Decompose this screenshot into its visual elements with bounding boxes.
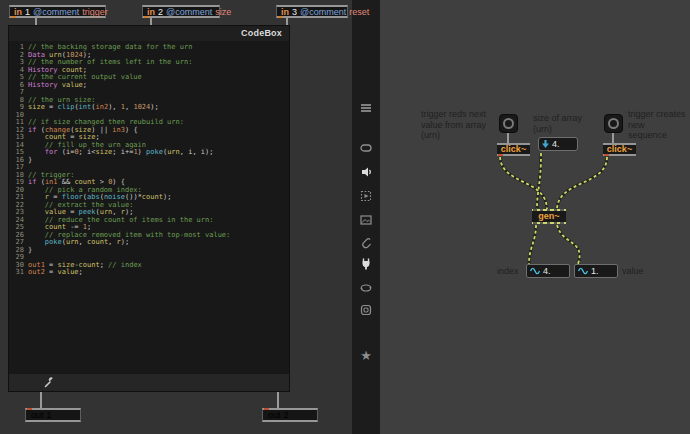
object-text: click~ bbox=[501, 144, 526, 154]
loop-icon[interactable] bbox=[359, 281, 373, 295]
inlet-object-2[interactable]: in 2 @comment size bbox=[142, 5, 220, 18]
favorite-icon[interactable]: ★ bbox=[358, 348, 374, 364]
code-lines: 1// the backing storage data for the urn… bbox=[11, 44, 287, 277]
click-object-2[interactable]: click~ bbox=[603, 143, 636, 156]
max-workspace: CodeBox 1// the backing storage data for… bbox=[0, 0, 690, 434]
audio-icon[interactable] bbox=[359, 165, 373, 179]
inlet-attr: @comment bbox=[300, 7, 346, 17]
inlet-tick bbox=[264, 408, 269, 410]
outlet-num: 2 bbox=[284, 410, 289, 420]
code-line: 27 poke(urn, count, r); bbox=[11, 239, 287, 247]
code-line: 6History value; bbox=[11, 82, 287, 90]
click-object-1[interactable]: click~ bbox=[497, 143, 530, 156]
inlet-object-3[interactable]: in 3 @comment reset bbox=[276, 5, 348, 18]
inlet-comment: trigger bbox=[82, 7, 108, 17]
inlet-attr: @comment bbox=[166, 7, 212, 17]
comment-line: trigger creates bbox=[628, 109, 686, 120]
codebox-window: CodeBox 1// the backing storage data for… bbox=[8, 25, 290, 392]
comment-line: value from array (urn) bbox=[421, 120, 503, 141]
outlet-tick bbox=[144, 16, 149, 18]
gen-object[interactable]: gen~ bbox=[532, 209, 566, 224]
inlet-num: 1 bbox=[25, 7, 30, 17]
number-box-size[interactable]: 4. bbox=[538, 137, 578, 151]
comment-line: trigger reds next bbox=[421, 109, 503, 120]
outlet-tick bbox=[604, 154, 609, 156]
outlet-object-2[interactable]: out 2 bbox=[262, 408, 318, 422]
signal-number-value[interactable]: 1. bbox=[574, 264, 618, 278]
patch-comment-3: trigger createsnew sequence bbox=[628, 109, 686, 141]
picture-icon[interactable] bbox=[359, 213, 373, 227]
number-value: 1. bbox=[591, 266, 599, 276]
codebox-editor[interactable]: 1// the backing storage data for the urn… bbox=[9, 41, 289, 374]
inlet-word: in bbox=[14, 7, 22, 17]
outlet-word: out bbox=[268, 410, 281, 420]
button-icon[interactable] bbox=[359, 141, 373, 155]
outlet-tick bbox=[11, 16, 16, 18]
codebox-title: CodeBox bbox=[9, 26, 289, 41]
wrench-icon[interactable] bbox=[43, 376, 56, 389]
object-text: click~ bbox=[607, 144, 632, 154]
code-line: 16} bbox=[11, 157, 287, 165]
code-line: 28} bbox=[11, 247, 287, 255]
code-line: 31out2 = value; bbox=[11, 269, 287, 277]
sine-wave-icon bbox=[578, 267, 588, 275]
label-index: index bbox=[497, 266, 519, 276]
patch-comment-1: trigger reds nextvalue from array (urn) bbox=[421, 109, 503, 141]
inlet-num: 3 bbox=[292, 7, 297, 17]
codebox-footer bbox=[9, 374, 289, 391]
attach-icon[interactable] bbox=[359, 236, 373, 250]
label-value: value bbox=[622, 266, 644, 276]
code-line: 9size = clip(int(in2), 1, 1024); bbox=[11, 104, 287, 112]
comment-line: size of array (urn) bbox=[533, 113, 603, 134]
signal-number-index[interactable]: 4. bbox=[526, 264, 570, 278]
plug-icon[interactable] bbox=[359, 257, 373, 271]
bang-button-reset[interactable] bbox=[604, 114, 623, 133]
inlet-tick bbox=[27, 408, 32, 410]
frame-icon[interactable] bbox=[359, 303, 373, 317]
clip-icon[interactable] bbox=[359, 189, 373, 203]
inlet-comment: size bbox=[215, 7, 231, 17]
inlet-num: 2 bbox=[158, 7, 163, 17]
menu-icon[interactable] bbox=[359, 101, 373, 115]
number-value: 4. bbox=[552, 139, 560, 149]
down-arrow-icon bbox=[541, 139, 550, 149]
code-line: 15 for (i=0; i<size; i+=1) poke(urn, i, … bbox=[11, 149, 287, 157]
bang-button-trigger[interactable] bbox=[499, 114, 518, 133]
comment-line: new sequence bbox=[628, 120, 686, 141]
outlet-tick bbox=[278, 16, 283, 18]
outlet-word: out bbox=[31, 410, 44, 420]
button-circle bbox=[608, 118, 619, 129]
sine-wave-icon bbox=[530, 267, 540, 275]
patch-comment-2: size of array (urn) bbox=[533, 113, 603, 134]
inlet-word: in bbox=[281, 7, 289, 17]
number-value: 4. bbox=[543, 266, 551, 276]
inlet-attr: @comment bbox=[33, 7, 79, 17]
inlet-word: in bbox=[147, 7, 155, 17]
inlet-comment: reset bbox=[349, 7, 369, 17]
outlet-num: 1 bbox=[47, 410, 52, 420]
outlet-object-1[interactable]: out 1 bbox=[25, 408, 81, 422]
object-text: gen~ bbox=[538, 211, 559, 221]
outlet-tick bbox=[498, 154, 503, 156]
inlet-object-1[interactable]: in 1 @comment trigger bbox=[9, 5, 106, 18]
button-circle bbox=[503, 118, 514, 129]
